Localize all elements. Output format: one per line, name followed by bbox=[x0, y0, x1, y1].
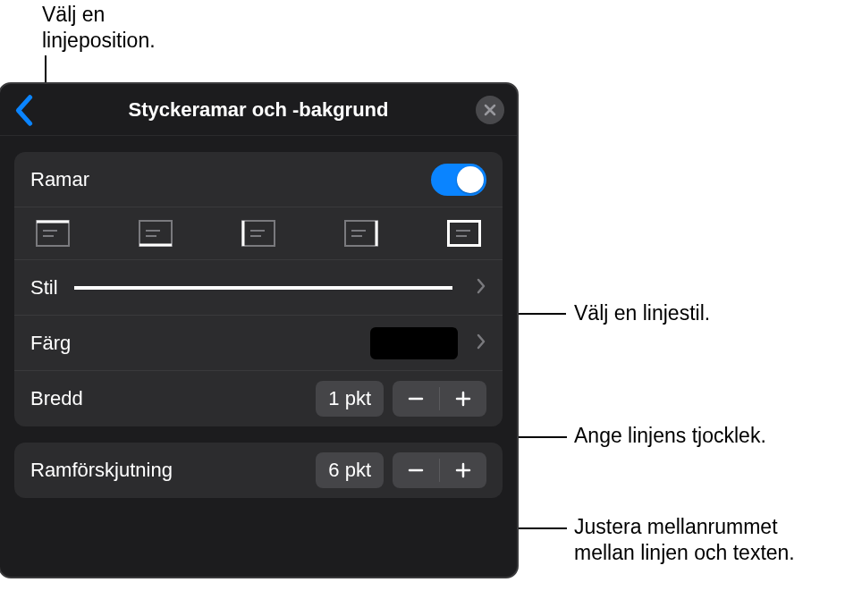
border-position-all[interactable] bbox=[447, 220, 481, 247]
width-decrement[interactable] bbox=[393, 381, 439, 417]
callout-width: Ange linjens tjocklek. bbox=[574, 423, 798, 449]
border-positions-row bbox=[14, 207, 503, 260]
callout-position: Välj en linjeposition. bbox=[42, 2, 221, 54]
offset-increment[interactable] bbox=[440, 452, 486, 488]
color-row[interactable]: Färg bbox=[14, 316, 503, 371]
offset-label: Ramförskjutning bbox=[30, 459, 316, 482]
chevron-left-icon bbox=[13, 93, 36, 128]
back-button[interactable] bbox=[13, 97, 36, 123]
svg-rect-8 bbox=[242, 221, 275, 246]
width-increment[interactable] bbox=[440, 381, 486, 417]
border-position-top[interactable] bbox=[36, 220, 70, 247]
width-label: Bredd bbox=[30, 387, 316, 410]
border-position-left[interactable] bbox=[241, 220, 275, 247]
svg-rect-12 bbox=[345, 221, 377, 246]
offset-value[interactable]: 6 pkt bbox=[316, 452, 384, 488]
color-swatch bbox=[370, 327, 458, 359]
borders-label: Ramar bbox=[30, 168, 431, 191]
svg-rect-4 bbox=[139, 221, 172, 246]
chevron-right-icon bbox=[476, 332, 486, 355]
borders-toggle[interactable] bbox=[431, 164, 486, 196]
offset-stepper bbox=[393, 452, 486, 488]
callout-offset: Justera mellanrummet mellan linjen och t… bbox=[574, 514, 833, 566]
offset-decrement[interactable] bbox=[393, 452, 439, 488]
panel-title: Styckeramar och -bakgrund bbox=[129, 98, 389, 122]
close-button[interactable] bbox=[476, 96, 504, 124]
offset-row: Ramförskjutning 6 pkt bbox=[14, 443, 503, 498]
borders-background-panel: Styckeramar och -bakgrund Ramar bbox=[0, 82, 519, 578]
panel-header: Styckeramar och -bakgrund bbox=[0, 84, 517, 136]
border-position-right[interactable] bbox=[344, 220, 378, 247]
callout-style: Välj en linjestil. bbox=[574, 300, 710, 326]
chevron-right-icon bbox=[476, 276, 486, 300]
color-label: Färg bbox=[30, 332, 370, 355]
width-value[interactable]: 1 pkt bbox=[316, 381, 384, 417]
plus-icon bbox=[454, 461, 472, 479]
width-stepper bbox=[393, 381, 486, 417]
svg-rect-16 bbox=[449, 222, 480, 246]
style-label: Stil bbox=[30, 276, 58, 300]
offset-section: Ramförskjutning 6 pkt bbox=[14, 443, 503, 498]
borders-section: Ramar Stil bbox=[14, 152, 503, 426]
minus-icon bbox=[407, 390, 425, 408]
line-style-sample bbox=[74, 286, 452, 290]
close-icon bbox=[484, 104, 496, 116]
plus-icon bbox=[454, 390, 472, 408]
borders-toggle-row: Ramar bbox=[14, 152, 503, 207]
style-row[interactable]: Stil bbox=[14, 260, 503, 316]
border-position-bottom[interactable] bbox=[139, 220, 173, 247]
width-row: Bredd 1 pkt bbox=[14, 371, 503, 426]
svg-rect-0 bbox=[37, 221, 69, 246]
minus-icon bbox=[407, 461, 425, 479]
